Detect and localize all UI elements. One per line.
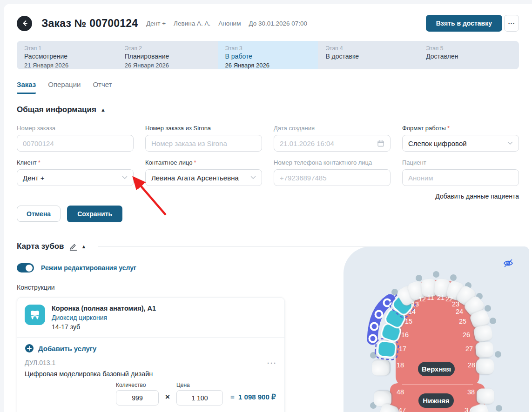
- work-format-select[interactable]: Слепок цифровой: [402, 135, 519, 152]
- tooth-48[interactable]: [374, 391, 391, 406]
- tooth-number-37: 37: [465, 406, 472, 412]
- chart-dot: [496, 405, 502, 412]
- tab-operations[interactable]: Операции: [48, 80, 81, 94]
- svg-text:Нижняя: Нижняя: [423, 397, 449, 405]
- tooth-number-16: 16: [401, 331, 409, 339]
- lower-arch-label: Нижняя: [418, 393, 454, 408]
- dental-chart-panel: 1817161514131211212223242526272848473738…: [343, 246, 529, 412]
- service-menu-button[interactable]: ···: [267, 359, 277, 367]
- add-patient-data-link[interactable]: Добавить данные пациента: [435, 193, 519, 200]
- stage-bar: Этап 1 Рассмотрение 21 Января 2026 Этап …: [17, 41, 519, 69]
- dental-chart: 1817161514131211212223242526272848473738…: [343, 246, 529, 412]
- order-meta: Дент + Левина А. А. Аноним До 30.01.2026…: [146, 20, 307, 27]
- back-button[interactable]: [17, 16, 32, 31]
- general-info-form: Номер заказа Номер заказа из Sirona Дата…: [17, 125, 519, 200]
- bridge-node[interactable]: [370, 335, 377, 342]
- tooth-icon: [25, 305, 45, 325]
- tooth-18[interactable]: [372, 360, 390, 376]
- add-service-button[interactable]: Добавить услугу: [25, 344, 277, 353]
- hide-chart-button[interactable]: [502, 257, 514, 269]
- order-number-input: [23, 140, 128, 147]
- tooth-number-21: 21: [437, 294, 444, 301]
- service-total: = 1 098 900 ₽: [230, 393, 276, 401]
- more-actions-button[interactable]: ···: [504, 15, 519, 32]
- field-contact-phone: Номер телефона контактного лица: [274, 159, 391, 186]
- tooth-number-24: 24: [456, 308, 463, 315]
- quantity-field: Количество: [116, 382, 159, 405]
- tooth-38[interactable]: [477, 389, 494, 404]
- eye-off-icon: [502, 257, 514, 269]
- price-input[interactable]: [176, 390, 223, 405]
- quantity-input[interactable]: [116, 390, 159, 405]
- calendar-icon: [377, 140, 384, 147]
- meta-patient: Аноним: [218, 20, 241, 27]
- bridge-node[interactable]: [371, 323, 378, 330]
- field-client: Клиент* Дент +: [17, 159, 134, 186]
- chart-dot: [490, 318, 496, 324]
- meta-contact: Левина А. А.: [174, 20, 210, 27]
- bridge-node[interactable]: [376, 311, 383, 318]
- tooth-number-48: 48: [397, 388, 404, 396]
- service-name: Цифровая моделировка базовый дизайн: [25, 370, 277, 378]
- edit-pencil-icon[interactable]: [69, 243, 77, 251]
- chevron-down-icon: [122, 176, 128, 179]
- take-to-delivery-button[interactable]: Взять в доставку: [426, 15, 502, 32]
- tooth-number-27: 27: [465, 345, 473, 352]
- tooth-number-26: 26: [463, 331, 470, 339]
- tooth-number-13: 13: [411, 300, 419, 308]
- tooth-number-12: 12: [418, 295, 426, 303]
- arrow-left-icon: [21, 20, 28, 27]
- collapse-caret-icon: ▲: [101, 107, 106, 113]
- chart-dot: [485, 305, 491, 312]
- tooth-number-11: 11: [427, 294, 434, 301]
- tooth-28[interactable]: [476, 359, 494, 374]
- chart-dot: [416, 275, 422, 281]
- tooth-number-18: 18: [397, 361, 404, 369]
- quantity-label: Количество: [116, 382, 159, 388]
- general-info-title: Общая информация: [17, 105, 96, 114]
- construction-title: Коронка (полная анатомия), А1: [52, 305, 156, 312]
- construction-card: Коронка (полная анатомия), А1 Диоксид ци…: [17, 297, 285, 412]
- chevron-down-icon: [250, 176, 256, 179]
- stage-1[interactable]: Этап 1 Рассмотрение 21 Января 2026: [17, 41, 117, 69]
- contact-person-select[interactable]: Левина Агата Арсентьевна: [145, 169, 262, 186]
- construction-material-link[interactable]: Диоксид циркония: [52, 314, 156, 321]
- arch-divider: [402, 384, 473, 385]
- field-work-format: Формат работы* Слепок цифровой: [402, 125, 519, 152]
- meta-client: Дент +: [146, 20, 166, 27]
- client-select[interactable]: Дент +: [17, 169, 134, 186]
- field-patient: Пациент: [402, 159, 519, 186]
- chart-dot: [495, 351, 501, 358]
- chevron-down-icon: [507, 141, 513, 145]
- patient-input[interactable]: [408, 174, 513, 182]
- tooth-number-25: 25: [459, 318, 466, 325]
- upper-arch-label: Верхняя: [418, 362, 455, 376]
- tooth-27[interactable]: [475, 342, 494, 358]
- tooth-number-28: 28: [468, 361, 475, 369]
- stage-2[interactable]: Этап 2 Планирование 26 Января 2026: [117, 41, 218, 69]
- collapse-caret-icon: ▲: [81, 244, 87, 249]
- field-created-date: Дата создания: [274, 125, 391, 152]
- tooth-number-17: 17: [399, 345, 406, 352]
- stage-5[interactable]: Этап 5 Доставлен: [418, 41, 519, 69]
- save-button[interactable]: Сохранить: [67, 206, 122, 222]
- chart-dot: [391, 289, 398, 295]
- tab-bar: Заказ Операции Отчет: [17, 80, 519, 94]
- tooth-number-23: 23: [452, 300, 459, 308]
- edit-mode-toggle[interactable]: [17, 263, 34, 272]
- service-code: ДУЛ.013.1: [25, 359, 55, 367]
- general-info-header[interactable]: Общая информация ▲: [17, 105, 519, 114]
- tab-report[interactable]: Отчет: [93, 80, 112, 94]
- cancel-button[interactable]: Отмена: [17, 206, 61, 222]
- contact-phone-input: [280, 174, 384, 182]
- tooth-number-14: 14: [408, 308, 416, 315]
- created-date-input: [280, 140, 377, 147]
- stage-3-active[interactable]: Этап 3 В работе 26 Января 2026: [218, 41, 318, 69]
- edit-mode-label: Режим редактирования услуг: [41, 264, 136, 272]
- stage-4[interactable]: Этап 4 В доставке: [318, 41, 418, 69]
- chart-dot: [433, 271, 439, 278]
- tab-order[interactable]: Заказ: [17, 80, 36, 94]
- divider: [17, 337, 284, 338]
- tooth-map-title: Карта зубов: [17, 242, 64, 251]
- sirona-number-input[interactable]: [151, 140, 256, 147]
